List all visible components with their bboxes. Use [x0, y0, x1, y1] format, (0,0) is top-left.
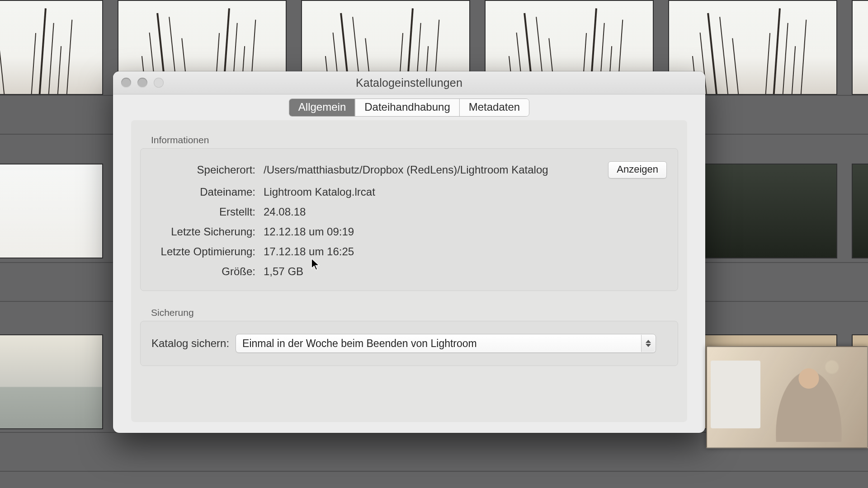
- backup-schedule-value: Einmal in der Woche beim Beenden von Lig…: [242, 338, 477, 350]
- catalog-settings-dialog: Katalogeinstellungen Allgemein Dateihand…: [113, 71, 705, 433]
- app-background: Katalogeinstellungen Allgemein Dateihand…: [0, 0, 868, 488]
- filename-value: Lightroom Katalog.lrcat: [264, 186, 375, 198]
- row-location: Speicherort: /Users/matthiasbutz/Dropbox…: [151, 158, 667, 182]
- backup-schedule-select[interactable]: Einmal in der Woche beim Beenden von Lig…: [236, 334, 656, 353]
- thumbnail[interactable]: [852, 0, 868, 95]
- dropdown-stepper-icon[interactable]: [641, 335, 655, 352]
- last-backup-value: 12.12.18 um 09:19: [264, 225, 354, 238]
- section-heading-backup: Sicherung: [151, 307, 678, 318]
- chevron-up-icon: [646, 340, 651, 343]
- thumbnail[interactable]: [852, 164, 868, 258]
- last-backup-label: Letzte Sicherung:: [151, 225, 255, 238]
- section-heading-information: Informationen: [151, 135, 678, 145]
- close-icon[interactable]: [121, 78, 131, 88]
- tab-metadata[interactable]: Metadaten: [459, 99, 529, 116]
- backup-label: Katalog sichern:: [151, 337, 229, 350]
- row-filename: Dateiname: Lightroom Katalog.lrcat: [151, 182, 667, 202]
- row-backup-schedule: Katalog sichern: Einmal in der Woche bei…: [151, 330, 667, 357]
- information-panel: Speicherort: /Users/matthiasbutz/Dropbox…: [140, 148, 678, 291]
- backup-panel: Katalog sichern: Einmal in der Woche bei…: [140, 321, 678, 366]
- created-label: Erstellt:: [151, 206, 255, 218]
- row-size: Größe: 1,57 GB: [151, 262, 667, 282]
- last-optimize-value: 17.12.18 um 16:25: [264, 245, 354, 258]
- row-last-backup: Letzte Sicherung: 12.12.18 um 09:19: [151, 222, 667, 242]
- location-value: /Users/matthiasbutz/Dropbox (RedLens)/Li…: [264, 164, 548, 176]
- tab-filehandling[interactable]: Dateihandhabung: [355, 99, 459, 116]
- last-optimize-label: Letzte Optimierung:: [151, 245, 255, 258]
- filename-label: Dateiname:: [151, 186, 255, 198]
- dialog-content: Informationen Speicherort: /Users/matthi…: [131, 120, 687, 422]
- created-value: 24.08.18: [264, 206, 306, 218]
- titlebar[interactable]: Katalogeinstellungen: [113, 71, 705, 94]
- thumbnail[interactable]: [0, 0, 103, 95]
- location-label: Speicherort:: [151, 164, 255, 176]
- window-controls: [121, 78, 164, 88]
- thumbnail[interactable]: [0, 334, 103, 429]
- size-value: 1,57 GB: [264, 265, 303, 278]
- tab-general[interactable]: Allgemein: [289, 99, 355, 116]
- tab-bar: Allgemein Dateihandhabung Metadaten: [289, 99, 529, 117]
- minimize-icon[interactable]: [137, 78, 147, 88]
- chevron-down-icon: [646, 344, 651, 347]
- dialog-title: Katalogeinstellungen: [356, 76, 462, 89]
- row-created: Erstellt: 24.08.18: [151, 202, 667, 222]
- size-label: Größe:: [151, 265, 255, 278]
- row-last-optimize: Letzte Optimierung: 17.12.18 um 16:25: [151, 242, 667, 262]
- webcam-overlay: [706, 346, 868, 448]
- show-button[interactable]: Anzeigen: [608, 161, 667, 178]
- thumbnail[interactable]: [0, 164, 103, 258]
- zoom-icon[interactable]: [154, 78, 164, 88]
